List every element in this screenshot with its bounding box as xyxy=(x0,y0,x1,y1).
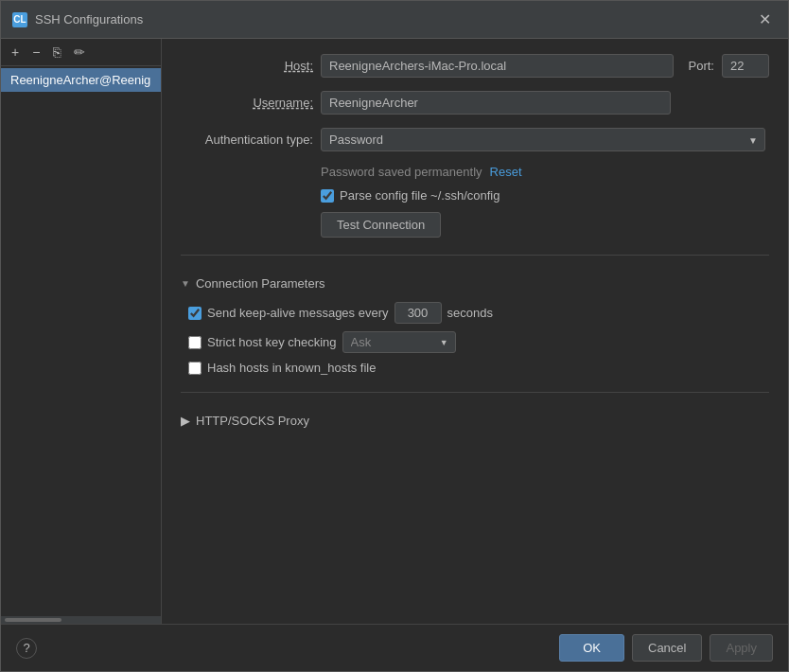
sidebar-scrollbar[interactable] xyxy=(1,616,161,624)
connection-params-chevron-icon: ▼ xyxy=(181,278,190,289)
proxy-section-label: HTTP/SOCKS Proxy xyxy=(196,414,309,428)
connection-params-label: Connection Parameters xyxy=(196,276,325,291)
password-saved-text: Password saved permanently xyxy=(321,165,482,179)
keep-alive-seconds-input[interactable] xyxy=(394,302,442,324)
test-connection-button[interactable]: Test Connection xyxy=(321,212,441,238)
proxy-section-divider xyxy=(181,392,769,393)
keep-alive-unit-label: seconds xyxy=(447,306,493,320)
host-input[interactable] xyxy=(321,54,674,78)
strict-host-dropdown[interactable]: Ask Yes No xyxy=(342,331,456,353)
password-info-row: Password saved permanently Reset xyxy=(321,165,769,179)
main-panel: Host: Port: Username: Authentication typ… xyxy=(162,39,788,624)
apply-button[interactable]: Apply xyxy=(710,634,773,662)
port-input[interactable] xyxy=(722,54,769,78)
strict-host-dropdown-wrapper: Ask Yes No ▼ xyxy=(342,331,456,353)
proxy-chevron-icon: ▶ xyxy=(181,414,190,428)
remove-config-button[interactable]: − xyxy=(27,43,44,62)
auth-type-dropdown-wrapper: Password Key pair OpenSSH config and aut… xyxy=(321,128,765,151)
proxy-section-header[interactable]: ▶ HTTP/SOCKS Proxy xyxy=(181,410,769,432)
sidebar-toolbar: + − ⎘ ✏ xyxy=(1,39,161,66)
config-list: ReenigneArcher@Reenig xyxy=(1,66,161,616)
title-bar: CL SSH Configurations ✕ xyxy=(1,1,788,39)
parse-config-row: Parse config file ~/.ssh/config xyxy=(321,188,769,203)
keep-alive-label: Send keep-alive messages every xyxy=(207,306,389,320)
cancel-button[interactable]: Cancel xyxy=(632,634,702,662)
connection-params-header[interactable]: ▼ Connection Parameters xyxy=(181,273,769,294)
main-spacer xyxy=(181,441,769,609)
strict-host-label: Strict host key checking xyxy=(207,335,337,349)
sidebar-item-reenignarcher[interactable]: ReenigneArcher@Reenig xyxy=(1,68,161,92)
help-button[interactable]: ? xyxy=(16,638,37,659)
strict-host-row: Strict host key checking Ask Yes No ▼ xyxy=(188,331,769,353)
hash-hosts-checkbox[interactable] xyxy=(188,362,202,375)
auth-type-row: Authentication type: Password Key pair O… xyxy=(181,128,769,151)
add-config-button[interactable]: + xyxy=(7,43,24,62)
connection-params-content: Send keep-alive messages every seconds S… xyxy=(181,302,769,375)
scroll-thumb xyxy=(5,618,61,622)
test-connection-row: Test Connection xyxy=(321,212,769,238)
bottom-bar: ? OK Cancel Apply xyxy=(1,624,788,671)
bottom-actions: OK Cancel Apply xyxy=(559,634,773,662)
ok-button[interactable]: OK xyxy=(559,634,624,662)
username-input[interactable] xyxy=(321,91,671,115)
reset-link[interactable]: Reset xyxy=(490,165,522,179)
edit-config-button[interactable]: ✏ xyxy=(69,43,90,62)
sidebar: + − ⎘ ✏ ReenigneArcher@Reenig xyxy=(1,39,162,624)
port-label: Port: xyxy=(689,59,714,73)
close-button[interactable]: ✕ xyxy=(753,9,777,30)
host-label: Host: xyxy=(181,59,313,73)
connection-params-section: ▼ Connection Parameters Send keep-alive … xyxy=(181,273,769,375)
hash-hosts-label: Hash hosts in known_hosts file xyxy=(207,361,376,375)
parse-config-checkbox[interactable] xyxy=(321,189,334,203)
dialog-content: + − ⎘ ✏ ReenigneArcher@Reenig Host: Port… xyxy=(1,39,788,624)
username-label: Username: xyxy=(181,96,313,110)
dialog-title: SSH Configurations xyxy=(35,12,143,27)
parse-config-label: Parse config file ~/.ssh/config xyxy=(340,188,500,203)
keep-alive-checkbox[interactable] xyxy=(188,307,202,320)
host-row: Host: Port: xyxy=(181,54,769,78)
auth-type-label: Authentication type: xyxy=(181,133,313,147)
strict-host-checkbox[interactable] xyxy=(188,336,202,349)
ssh-configurations-dialog: CL SSH Configurations ✕ + − ⎘ ✏ Reenigne… xyxy=(0,0,789,672)
app-icon: CL xyxy=(12,12,27,27)
title-bar-left: CL SSH Configurations xyxy=(12,12,143,27)
copy-config-button[interactable]: ⎘ xyxy=(48,43,65,62)
auth-type-dropdown[interactable]: Password Key pair OpenSSH config and aut… xyxy=(321,128,765,151)
username-row: Username: xyxy=(181,91,769,115)
section-divider xyxy=(181,255,769,256)
keep-alive-row: Send keep-alive messages every seconds xyxy=(188,302,769,324)
hash-hosts-row: Hash hosts in known_hosts file xyxy=(188,361,769,375)
